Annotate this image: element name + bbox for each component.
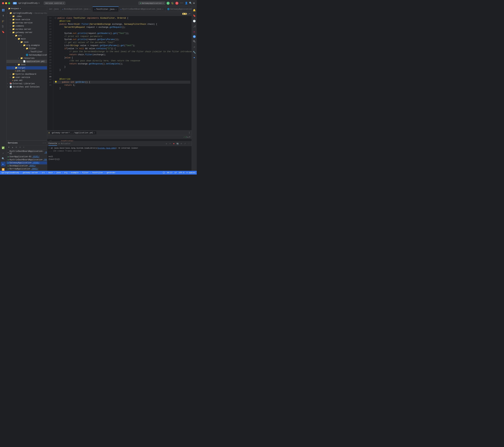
nav-up-icon[interactable]: ▲ xyxy=(187,13,189,15)
yaml-tab-close[interactable]: ✕ xyxy=(94,132,95,134)
run-button[interactable]: ▶ xyxy=(166,2,170,5)
bc-example[interactable]: example xyxy=(71,172,78,174)
console-tab-console[interactable]: Console xyxy=(49,142,57,146)
tree-item-src[interactable]: ▾ 📁 src xyxy=(6,34,47,37)
status-position[interactable]: 36:17 xyxy=(167,172,172,174)
tree-item-gatewayapplication[interactable]: 🌐 GatewayApplication xyxy=(6,53,47,57)
svc-port[interactable]: :8500/ xyxy=(32,162,39,164)
run-panel-button[interactable]: ▶ xyxy=(1,162,6,166)
bc-src2[interactable]: src xyxy=(42,172,45,174)
plugin-m-icon[interactable]: m xyxy=(192,30,197,34)
tab-gateway[interactable]: 🌐 GatewayApplication.java xyxy=(165,6,192,12)
learn-button[interactable]: 🎓 xyxy=(1,19,6,23)
bookmark-icon[interactable]: 🔖 xyxy=(192,13,197,18)
tree-item-pom-root[interactable]: m pom.xml xyxy=(6,79,47,82)
notifications-icon[interactable]: 🔔 xyxy=(192,8,197,13)
problems-button[interactable]: ⚡ xyxy=(1,151,6,155)
tab-close-hystrix[interactable]: ✕ xyxy=(162,8,164,10)
svc-port[interactable]: :8081/ xyxy=(29,165,36,167)
yaml-tab[interactable]: gateway-server/.../application.yml ✕ xyxy=(50,131,96,134)
services-more[interactable]: ⋮ xyxy=(42,142,44,144)
yaml-nav-down[interactable]: ▼ xyxy=(189,136,190,138)
svc-gateway[interactable]: ▶ GatewayApplication :8500/ xyxy=(6,161,47,164)
status-git[interactable] xyxy=(163,172,165,174)
debug-button[interactable]: 🐛 xyxy=(171,2,174,5)
settings-icon[interactable]: ⚙ xyxy=(193,2,195,5)
refresh-icon[interactable]: ↺ xyxy=(192,44,197,49)
plugin1-icon[interactable]: ● xyxy=(193,35,196,38)
tree-item-borrow-service[interactable]: ▸ 📁 borrow-service xyxy=(6,21,47,24)
tree-item-java[interactable]: ▾ 📁 java xyxy=(6,40,47,44)
bc-springcloud[interactable]: springCloudStudy xyxy=(1,172,19,174)
tree-item-hystrix-dashboard[interactable]: ▸ 📁 hystrix-dashboard xyxy=(6,72,47,76)
stop-console-button[interactable]: ■ xyxy=(172,142,175,145)
history-icon[interactable]: 🕐 xyxy=(192,19,197,23)
status-indent[interactable]: 4 spaces xyxy=(186,172,195,174)
bc-getorder[interactable]: getOrder xyxy=(107,172,116,174)
commit-button[interactable] xyxy=(1,13,6,18)
bc-org[interactable]: org xyxy=(64,172,68,174)
nav-down-icon[interactable]: ▼ xyxy=(189,13,190,15)
bc-java2[interactable]: java xyxy=(56,172,61,174)
db-icon[interactable]: ● xyxy=(192,55,197,60)
account-icon[interactable]: 👤 xyxy=(185,2,188,5)
yaml-nav-up[interactable]: ▲ xyxy=(187,136,189,138)
more-console-button[interactable]: ⋮ xyxy=(187,142,190,145)
plugin2-icon[interactable]: 🔌 xyxy=(192,39,197,44)
minimize-button[interactable] xyxy=(5,2,7,4)
svc-port[interactable]: :8900/ xyxy=(43,159,47,161)
svc-borrow[interactable]: ▶ BorrowApplication :8082/ xyxy=(6,167,47,171)
tab-bookapplication[interactable]: ☕ BookApplication.java ✕ xyxy=(61,6,93,12)
tree-item-resources[interactable]: ▾ 📁 resources xyxy=(6,57,47,60)
tree-item-gateway-server[interactable]: ▾ 📁 gateway-server xyxy=(6,31,47,34)
code-editor[interactable]: 14151617 18192021 22232425 26272829 3031… xyxy=(47,16,192,130)
tree-item-external-libraries[interactable]: ▸ 📚 External Libraries xyxy=(6,82,47,85)
svc-book[interactable]: ▶ BookApplication :8081/ xyxy=(6,164,47,167)
add-service-button[interactable]: + xyxy=(22,146,25,149)
bc-tf[interactable]: TestFilter xyxy=(92,172,103,174)
titlebar-project[interactable]: springCloudStudy ▾ xyxy=(18,2,39,4)
filter-button[interactable]: ⊟ xyxy=(15,146,18,149)
tree-item-filter[interactable]: ▾ 📁 filter xyxy=(6,47,47,50)
todo-button[interactable]: ✅ xyxy=(1,145,6,150)
tree-item-book-service[interactable]: ▸ 📁 book-service xyxy=(6,18,47,21)
find-button[interactable]: 🔍 xyxy=(1,156,6,161)
tree-item-commons[interactable]: ▸ 📁 commons xyxy=(6,24,47,28)
svc-user01[interactable]: ▶ UserApplication-01 :8101/ xyxy=(6,155,47,158)
tree-item-main[interactable]: ▾ 📁 main xyxy=(6,37,47,40)
tools-icon[interactable]: 🔧 xyxy=(192,50,197,54)
services-minimize[interactable]: — xyxy=(45,142,46,144)
tree-item-application-yml[interactable]: 📄 application.yml xyxy=(6,60,47,63)
stop-button[interactable]: ■ xyxy=(175,2,179,5)
sidebar-header[interactable]: 📁 Project ▾ xyxy=(6,6,47,11)
tree-item-target[interactable]: ▸ 📁 target xyxy=(6,66,47,69)
tab-testfilter[interactable]: ☕ TestFilter.java ✕ xyxy=(93,6,119,12)
tree-item-testfilter[interactable]: ☕ TestFilter xyxy=(6,50,47,53)
tree-item-pom-gateway[interactable]: m pom.xml xyxy=(6,69,47,72)
refresh-console-button[interactable]: ↺ xyxy=(165,142,168,145)
more-button[interactable]: ••• xyxy=(180,2,183,4)
tree-item-test[interactable]: ▸ 📁 test xyxy=(6,63,47,66)
tree-item-eureka-server[interactable]: ▸ 📁 eureka-server xyxy=(6,28,47,31)
tree-item-org-example[interactable]: ▾ 📁 org.example xyxy=(6,44,47,47)
collapse-all-button[interactable]: ▲ xyxy=(11,146,14,149)
bc-gw[interactable]: gateway-server xyxy=(22,172,38,174)
tree-item-user-service[interactable]: ▸ 📁 user-service xyxy=(6,76,47,79)
svc-port[interactable]: :8082/ xyxy=(31,168,38,170)
tree-item-idea[interactable]: ▸ 📁 .idea xyxy=(6,15,47,18)
version-control-button[interactable]: Version control ▾ xyxy=(44,1,65,5)
close-button[interactable] xyxy=(2,2,4,4)
bookmarks-button[interactable]: 🔖 xyxy=(1,30,6,34)
tab-close-testfilter[interactable]: ✕ xyxy=(115,8,117,11)
project-view-button[interactable] xyxy=(1,8,6,13)
console-tab-actuator[interactable]: ⚙ Actuator xyxy=(58,142,71,146)
filter2-button[interactable]: ≡ xyxy=(18,146,22,149)
bc-filter2[interactable]: filter xyxy=(82,172,89,174)
run-config-button[interactable]: ● GatewayApplication ▾ xyxy=(138,1,165,5)
yaml-tab-more[interactable]: ⋮ xyxy=(188,132,190,134)
structure-button[interactable] xyxy=(1,24,6,29)
status-lf[interactable]: LF xyxy=(175,172,177,174)
tree-item-springcloudstudyroot[interactable]: ▾ 📁 springCloudStudy ~/Desktop/CS/JavaEE… xyxy=(6,12,47,15)
vcs-icon[interactable]: ⎇ xyxy=(192,24,197,29)
status-encoding[interactable]: UTF-8 xyxy=(179,172,184,174)
